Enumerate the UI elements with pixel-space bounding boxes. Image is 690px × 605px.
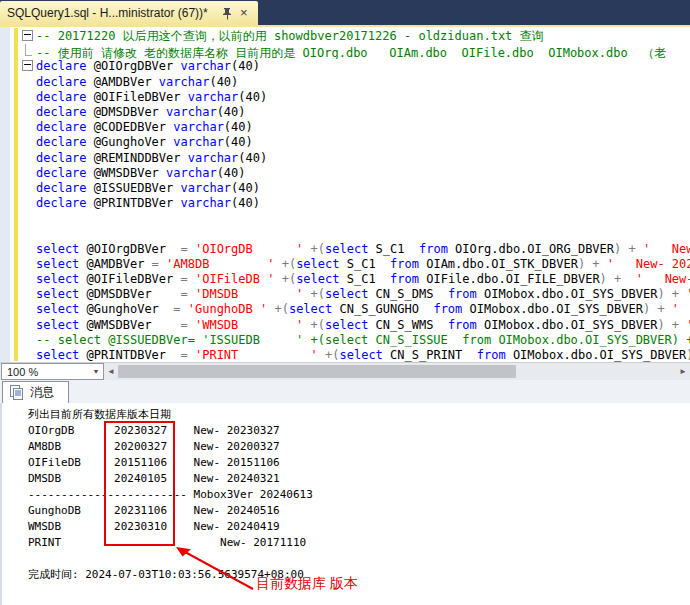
code-line: declare @DMSDBVer varchar(40) — [0, 105, 690, 120]
code-line: declare @ISSUEDBVer varchar(40) — [0, 181, 690, 196]
code-line: select @OIOrgDBVer = 'OIOrgDB ' +(select… — [0, 242, 690, 257]
message-line: 完成时间: 2024-07-03T10:03:56.5639574+08:00 — [28, 567, 690, 583]
code-line: declare @WMSDBVer varchar(40) — [0, 166, 690, 181]
annotation-label: 目前数据库 版本 — [256, 575, 358, 593]
code-line: select @OIFileDBVer = 'OIFileDB ' +(sele… — [0, 272, 690, 287]
annotation-rectangle — [104, 421, 175, 546]
code-line: declare @PRINTDBVer varchar(40) — [0, 196, 690, 211]
code-line — [0, 226, 690, 241]
fold-marker[interactable] — [22, 60, 33, 71]
code-line: declare @GunghoVer varchar(40) — [0, 135, 690, 150]
document-tab-bar: SQLQuery1.sql - H...ministrator (67))* × — [0, 0, 690, 25]
results-tab-bar: 消息 — [0, 380, 690, 403]
code-line: -- 使用前 请修改 老的数据库名称 目前用的是 OIOrg.dbo OIAm.… — [0, 44, 690, 59]
scrollbar-track[interactable] — [118, 364, 676, 379]
zoom-level-select[interactable]: 100 % ▼ — [1, 363, 104, 380]
code-line: select @PRINTDBVer = 'PRINT ' +(select C… — [0, 348, 690, 362]
code-line: select @WMSDBVer = 'WMSDB ' +(select CN_… — [0, 318, 690, 333]
messages-icon — [9, 385, 24, 400]
code-area: -- 20171220 以后用这个查询，以前的用 showdbver201712… — [0, 29, 690, 362]
pin-icon[interactable] — [220, 5, 236, 21]
code-line: select @AMDBVer = 'AM8DB ' +(select S_C1… — [0, 257, 690, 272]
code-line: declare @AMDBVer varchar(40) — [0, 75, 690, 90]
document-tab[interactable]: SQLQuery1.sql - H...ministrator (67))* × — [0, 1, 258, 25]
messages-panel: 列出目前所有数据库版本日期OIOrgDB 20230327 New- 20230… — [0, 403, 690, 605]
code-line: select @DMSDBVer = 'DMSDB ' +(select CN_… — [0, 287, 690, 302]
code-line: declare @OIOrgDBVer varchar(40) — [0, 59, 690, 74]
sql-editor[interactable]: -- 20171220 以后用这个查询，以前的用 showdbver201712… — [0, 27, 690, 362]
scrollbar-thumb[interactable] — [118, 365, 516, 378]
code-line: declare @CODEDBVer varchar(40) — [0, 120, 690, 135]
scroll-right-icon[interactable]: ► — [676, 367, 690, 376]
zoom-level-value: 100 % — [2, 366, 89, 378]
fold-end-marker — [25, 44, 32, 56]
horizontal-scrollbar[interactable]: ◄ ► — [104, 363, 690, 380]
code-line: select @GunghoVer = 'GunghoDB ' +(select… — [0, 302, 690, 317]
tab-messages[interactable]: 消息 — [2, 381, 69, 403]
document-tab-title: SQLQuery1.sql - H...ministrator (67))* — [7, 6, 220, 20]
fold-marker[interactable] — [22, 30, 33, 41]
editor-bottom-bar: 100 % ▼ ◄ ► — [0, 362, 690, 380]
tab-messages-label: 消息 — [30, 384, 54, 401]
code-line: -- select @ISSUEDBVer= 'ISSUEDB ' +(sele… — [0, 333, 690, 348]
chevron-down-icon: ▼ — [89, 368, 103, 375]
code-line: declare @REMINDDBVer varchar(40) — [0, 151, 690, 166]
scroll-left-icon[interactable]: ◄ — [104, 367, 118, 376]
code-line: -- 20171220 以后用这个查询，以前的用 showdbver201712… — [0, 29, 690, 44]
app-window: SQLQuery1.sql - H...ministrator (67))* ×… — [0, 0, 690, 605]
code-line: declare @OIFileDBVer varchar(40) — [0, 90, 690, 105]
code-line — [0, 211, 690, 226]
message-line — [28, 551, 690, 567]
close-icon[interactable]: × — [236, 5, 252, 21]
